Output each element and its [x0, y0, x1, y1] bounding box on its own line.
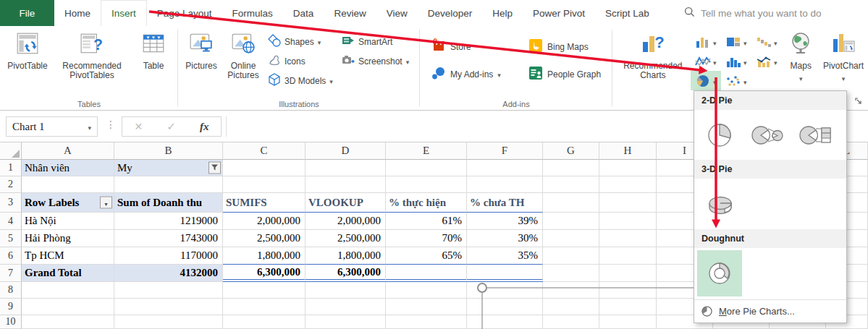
- cell[interactable]: [306, 160, 386, 176]
- bing-maps-button[interactable]: Bing Maps: [526, 38, 612, 55]
- cell[interactable]: [543, 247, 599, 265]
- select-all-corner[interactable]: [0, 142, 22, 160]
- cell-b4[interactable]: 1219000: [114, 213, 223, 230]
- column-header[interactable]: C: [223, 142, 306, 160]
- cell-f3[interactable]: % chưa TH: [467, 193, 543, 213]
- cell-a3-row-labels[interactable]: Row Labels: [22, 193, 114, 213]
- cell[interactable]: [306, 315, 386, 329]
- column-header[interactable]: B: [114, 142, 223, 160]
- cell[interactable]: [114, 176, 223, 193]
- smartart-button[interactable]: SmartArt: [339, 32, 417, 51]
- cell[interactable]: [386, 160, 467, 176]
- insert-line-chart-button[interactable]: [691, 51, 721, 71]
- tab-power-pivot[interactable]: Power Pivot: [523, 0, 595, 26]
- pie-2d-option[interactable]: [701, 116, 739, 155]
- pivottable-button[interactable]: PivotTable: [4, 29, 51, 73]
- cell[interactable]: [467, 299, 543, 315]
- doughnut-option[interactable]: [697, 250, 742, 296]
- cell[interactable]: [543, 213, 599, 230]
- row-header[interactable]: 1: [0, 160, 22, 176]
- cell[interactable]: [386, 315, 467, 329]
- cell[interactable]: [386, 299, 467, 315]
- recommended-pivottables-button[interactable]: ? Recommended PivotTables: [51, 29, 133, 82]
- pictures-button[interactable]: Pictures: [181, 29, 222, 73]
- tab-home[interactable]: Home: [54, 0, 101, 26]
- tab-help[interactable]: Help: [482, 0, 523, 26]
- insert-scatter-chart-button[interactable]: [721, 71, 751, 90]
- cell[interactable]: [223, 315, 306, 329]
- cell-c7[interactable]: 6,300,000: [223, 265, 306, 282]
- cell[interactable]: [543, 230, 599, 247]
- cell[interactable]: [599, 299, 657, 315]
- cell[interactable]: [306, 299, 386, 315]
- cell-c6[interactable]: 1,800,000: [223, 247, 306, 265]
- cell-a6[interactable]: Tp HCM: [22, 247, 114, 265]
- cell-e6[interactable]: 65%: [386, 247, 467, 265]
- cell-a1[interactable]: Nhân viên: [22, 160, 114, 176]
- screenshot-button[interactable]: Screenshot: [339, 51, 417, 71]
- bar-of-pie-option[interactable]: [797, 116, 835, 155]
- cell-b5[interactable]: 1743000: [114, 230, 223, 247]
- tab-review[interactable]: Review: [324, 0, 376, 26]
- cell-a5[interactable]: Hải Phòng: [22, 230, 114, 247]
- cell-c5[interactable]: 2,500,000: [223, 230, 306, 247]
- cell-e3[interactable]: % thực hiện: [386, 193, 467, 213]
- column-header[interactable]: E: [386, 142, 467, 160]
- cell-b3[interactable]: Sum of Doanh thu: [114, 193, 223, 213]
- cell[interactable]: [543, 160, 599, 176]
- column-header[interactable]: A: [22, 142, 114, 160]
- cell-f6[interactable]: 35%: [467, 247, 543, 265]
- cell[interactable]: [114, 299, 223, 315]
- tab-insert[interactable]: Insert: [101, 0, 147, 26]
- name-box-splitter[interactable]: [106, 119, 115, 130]
- more-pie-charts-item[interactable]: More Pie Charts...: [694, 299, 846, 322]
- name-box[interactable]: Chart 1: [6, 116, 98, 137]
- row-header[interactable]: 4: [0, 213, 22, 230]
- cell[interactable]: [22, 315, 114, 329]
- column-header[interactable]: F: [467, 142, 543, 160]
- cell-f7[interactable]: [467, 265, 543, 282]
- cell[interactable]: [306, 282, 386, 299]
- insert-combo-chart-button[interactable]: [751, 51, 782, 71]
- cell[interactable]: [386, 282, 467, 299]
- cell[interactable]: [223, 160, 306, 176]
- icons-button[interactable]: Icons: [265, 51, 339, 71]
- cell-d5[interactable]: 2,500,000: [306, 230, 386, 247]
- row-header[interactable]: 7: [0, 265, 22, 282]
- row-header[interactable]: 8: [0, 282, 22, 299]
- online-pictures-button[interactable]: Online Pictures: [222, 29, 265, 82]
- tab-data[interactable]: Data: [283, 0, 324, 26]
- cell[interactable]: [467, 315, 543, 329]
- pie-3d-option[interactable]: [701, 184, 739, 223]
- cell[interactable]: [467, 160, 543, 176]
- cell[interactable]: [543, 315, 599, 329]
- cell[interactable]: [599, 193, 657, 213]
- filter-applied-button[interactable]: [208, 162, 221, 174]
- cell-b7[interactable]: 4132000: [114, 265, 223, 282]
- cell[interactable]: [543, 265, 599, 282]
- cell[interactable]: [543, 299, 599, 315]
- row-header[interactable]: 5: [0, 230, 22, 247]
- enter-formula-button[interactable]: [167, 120, 176, 133]
- cell[interactable]: [386, 176, 467, 193]
- store-button[interactable]: Store: [429, 38, 526, 55]
- cell[interactable]: [223, 176, 306, 193]
- cell[interactable]: [467, 176, 543, 193]
- cell[interactable]: [114, 315, 223, 329]
- cell-a7[interactable]: Grand Total: [22, 265, 114, 282]
- cell-e7[interactable]: [386, 265, 467, 282]
- cell[interactable]: [599, 213, 657, 230]
- shapes-button[interactable]: Shapes: [265, 32, 339, 51]
- search-input[interactable]: [701, 8, 864, 19]
- row-header[interactable]: 6: [0, 247, 22, 265]
- cell[interactable]: [306, 176, 386, 193]
- tab-formulas[interactable]: Formulas: [222, 0, 283, 26]
- cell[interactable]: [599, 247, 657, 265]
- cell[interactable]: [114, 282, 223, 299]
- pivotchart-button[interactable]: PivotChart: [819, 29, 868, 86]
- cell[interactable]: [599, 282, 657, 299]
- cell[interactable]: [22, 299, 114, 315]
- column-header[interactable]: H: [599, 142, 657, 160]
- cancel-formula-button[interactable]: [135, 120, 143, 133]
- cell[interactable]: [543, 176, 599, 193]
